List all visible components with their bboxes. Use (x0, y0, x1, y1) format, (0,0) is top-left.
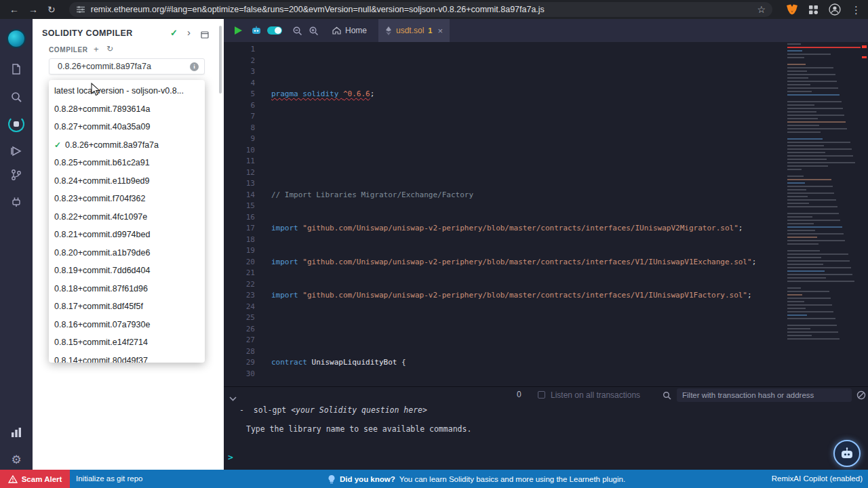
code-line[interactable] (271, 346, 756, 358)
line-number: 3 (224, 66, 256, 78)
search-icon[interactable] (0, 87, 33, 107)
code-line[interactable] (271, 178, 756, 190)
version-option[interactable]: 0.8.24+commit.e11b9ed9 (49, 172, 205, 190)
url-bar[interactable]: remix.ethereum.org/#lang=en&optimize=fal… (69, 2, 772, 17)
bookmark-star-icon[interactable]: ☆ (757, 5, 766, 14)
close-tab-icon[interactable]: × (437, 26, 443, 36)
code-line[interactable]: import "github.com/Uniswap/uniswap-v2-pe… (271, 257, 756, 268)
dropdown-scrollbar[interactable] (219, 26, 222, 94)
forward-icon[interactable]: → (28, 5, 38, 14)
code-line[interactable] (271, 78, 756, 89)
browser-menu-icon[interactable]: ⋮ (851, 5, 861, 15)
site-settings-icon[interactable] (76, 5, 85, 14)
code-line[interactable]: pragma solidity ^0.6.6; (271, 89, 756, 100)
version-option[interactable]: 0.8.22+commit.4fc1097e (49, 208, 205, 226)
settings-gear-icon[interactable]: ⚙ (0, 449, 33, 470)
listen-all-label[interactable]: Listen on all transactions (551, 390, 640, 400)
info-icon[interactable]: i (190, 62, 199, 71)
code-line[interactable] (271, 156, 756, 167)
code-editor[interactable]: 1234567891011121314151617181920212223242… (224, 42, 868, 386)
code-line[interactable] (271, 123, 756, 134)
metamask-icon[interactable] (786, 4, 798, 16)
code-line[interactable] (271, 268, 756, 279)
version-option[interactable]: 0.8.17+commit.8df45f5f (49, 298, 205, 316)
reload-compiler-icon[interactable]: ↻ (106, 44, 113, 54)
overview-ruler[interactable] (861, 42, 868, 386)
profile-icon[interactable] (829, 3, 841, 16)
code-line[interactable] (271, 369, 756, 380)
transaction-filter-input[interactable] (677, 388, 852, 402)
version-option[interactable]: 0.8.19+commit.7dd6d404 (49, 262, 205, 280)
file-explorer-icon[interactable] (0, 59, 33, 79)
scam-alert-button[interactable]: Scam Alert (0, 470, 70, 488)
version-option[interactable]: 0.8.23+commit.f704f362 (49, 190, 205, 208)
code-line[interactable] (271, 245, 756, 257)
version-select[interactable]: 0.8.26+commit.8a97fa7a i (49, 58, 205, 75)
copilot-status-label[interactable]: RemixAI Copilot (enabled) (772, 474, 863, 483)
code-line[interactable] (271, 56, 756, 67)
code-line[interactable] (271, 302, 756, 313)
version-option[interactable]: 0.8.15+commit.e14f2714 (49, 333, 205, 352)
back-icon[interactable]: ← (9, 5, 19, 14)
version-option[interactable]: 0.8.20+commit.a1b79de6 (49, 244, 205, 262)
terminal-search-icon[interactable] (663, 390, 671, 403)
tab-usdt-sol[interactable]: usdt.sol 1 × (378, 19, 450, 42)
version-option[interactable]: 0.8.28+commit.7893614a (49, 100, 205, 119)
code-line[interactable] (271, 212, 756, 224)
collapse-terminal-icon[interactable] (229, 392, 237, 404)
run-script-icon[interactable] (233, 19, 243, 42)
version-option[interactable]: 0.8.21+commit.d9974bed (49, 226, 205, 244)
code-line[interactable] (271, 335, 756, 346)
version-option[interactable]: 0.8.25+commit.b61c2a91 (49, 154, 205, 172)
code-line[interactable] (271, 100, 756, 112)
code-line[interactable] (271, 324, 756, 336)
url-text[interactable]: remix.ethereum.org/#lang=en&optimize=fal… (91, 5, 752, 14)
add-compiler-icon[interactable]: + (94, 44, 99, 54)
terminal-prompt[interactable]: > (228, 452, 233, 462)
code-line[interactable] (271, 167, 756, 179)
clear-console-icon[interactable] (856, 390, 866, 403)
version-option[interactable]: 0.8.14+commit.80d49f37 (49, 352, 205, 363)
code-line[interactable]: contract UniswapLiquidityBot { (271, 357, 756, 369)
tab-home[interactable]: Home (326, 19, 374, 42)
code-line[interactable] (271, 134, 756, 145)
code-lines: pragma solidity ^0.6.6;// Import Librari… (271, 44, 756, 380)
remix-logo-icon[interactable] (0, 28, 33, 49)
reload-icon[interactable]: ↻ (47, 5, 56, 14)
plugin-manager-icon[interactable] (0, 192, 33, 212)
code-line[interactable]: // Import Libraries Migrator/Exchange/Fa… (271, 190, 756, 201)
devtools-icon[interactable] (0, 422, 33, 443)
copilot-toggle[interactable] (267, 19, 282, 42)
code-line[interactable] (271, 66, 756, 78)
code-line[interactable] (271, 312, 756, 324)
deploy-run-icon[interactable] (0, 141, 33, 161)
terminal-entry: Type the library name to see available c… (246, 424, 471, 434)
zoom-out-icon[interactable] (292, 19, 302, 42)
code-line[interactable]: import "github.com/Uniswap/uniswap-v2-pe… (271, 223, 756, 235)
code-line[interactable] (271, 201, 756, 212)
solidity-compiler-icon[interactable] (0, 114, 33, 134)
version-option[interactable]: 0.8.27+commit.40a35a09 (49, 118, 205, 136)
code-line[interactable] (271, 44, 756, 56)
version-option[interactable]: 0.8.16+commit.07a7930e (49, 316, 205, 334)
version-option[interactable]: ✓0.8.26+commit.8a97fa7a (49, 136, 205, 155)
listen-all-checkbox[interactable] (538, 391, 545, 399)
did-you-know-tip[interactable]: Did you know? You can learn Solidity bas… (328, 470, 625, 488)
extensions-icon[interactable] (808, 5, 818, 15)
code-line[interactable] (271, 235, 756, 246)
code-line[interactable] (271, 111, 756, 123)
code-line[interactable]: import "github.com/Uniswap/uniswap-v2-pe… (271, 290, 756, 302)
code-line[interactable] (271, 145, 756, 157)
remix-ai-assistant-button[interactable] (833, 440, 861, 467)
git-init-button[interactable]: Initialize as git repo (76, 474, 142, 483)
remix-ai-icon[interactable] (251, 19, 262, 42)
chevron-right-icon[interactable]: › (187, 26, 191, 38)
pin-window-icon[interactable] (201, 29, 209, 41)
version-option[interactable]: 0.8.18+commit.87f61d96 (49, 280, 205, 298)
minimap[interactable] (785, 43, 861, 350)
zoom-in-icon[interactable] (309, 19, 319, 42)
line-number: 12 (224, 167, 256, 179)
git-icon[interactable] (0, 165, 33, 185)
code-line[interactable] (271, 279, 756, 291)
version-option[interactable]: latest local version - soljson-v0.8... (49, 82, 205, 100)
